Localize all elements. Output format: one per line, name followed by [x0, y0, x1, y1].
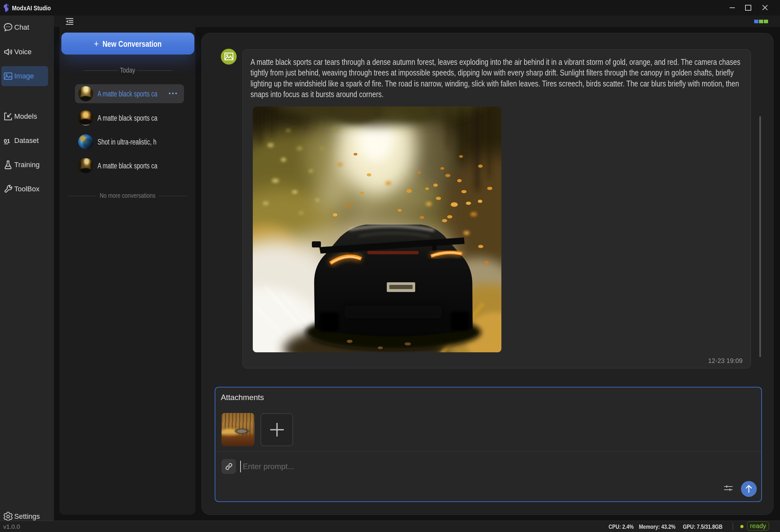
svg-text:01: 01 [4, 138, 10, 144]
